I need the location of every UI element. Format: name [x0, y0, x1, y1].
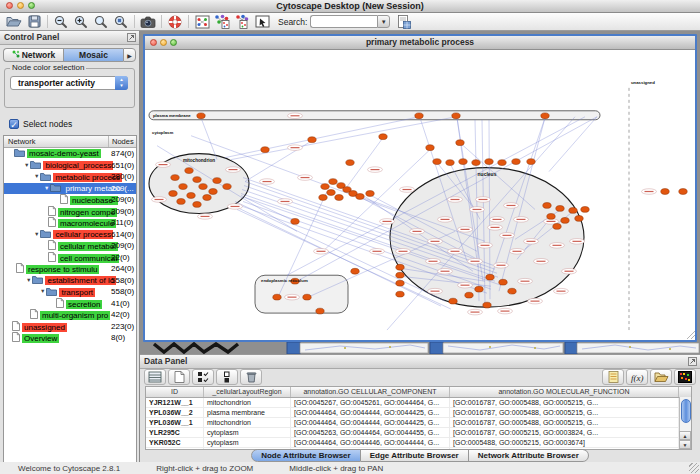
tree-row[interactable]: ▼metabolic process280(0): [4, 171, 136, 183]
network-node[interactable]: [547, 214, 555, 220]
network-node[interactable]: [179, 184, 187, 190]
network-node[interactable]: [197, 113, 205, 119]
background-window-edge[interactable]: [565, 342, 577, 354]
expand-arrow-icon[interactable]: ▼: [26, 275, 31, 287]
network-node[interactable]: [366, 191, 374, 197]
expand-arrow-icon[interactable]: ▼: [40, 286, 45, 298]
tree-row[interactable]: secretion41(0): [4, 298, 136, 310]
network-node[interactable]: [446, 160, 454, 166]
copy-network-view-icon[interactable]: [212, 14, 232, 30]
network-node[interactable]: [321, 184, 329, 190]
background-window-edge[interactable]: [287, 342, 300, 354]
network-node[interactable]: [527, 159, 535, 165]
network-node[interactable]: [396, 280, 404, 286]
attribute-settings-icon[interactable]: [394, 14, 414, 30]
table-row[interactable]: YJR121W__1mitochondrion[GO:0045267, GO:0…: [146, 398, 691, 408]
network-node[interactable]: [508, 288, 516, 294]
table-row[interactable]: YPL036W__1mitochondrion[GO:0044464, GO:0…: [146, 418, 691, 428]
tree-row[interactable]: ▼biological_process651(0): [4, 160, 136, 172]
network-node[interactable]: [213, 178, 221, 184]
tree-row[interactable]: nitrogen compo209(0): [4, 206, 136, 218]
network-node[interactable]: [193, 202, 201, 208]
table-cell[interactable]: YPL036W__2: [146, 408, 204, 417]
network-view-window[interactable]: primary metabolic process plasma membran…: [143, 34, 697, 342]
tab-network[interactable]: Network: [3, 48, 63, 62]
network-node[interactable]: [561, 218, 569, 224]
matrix-view-icon[interactable]: [674, 369, 696, 385]
scroll-down-icon[interactable]: ▼: [679, 440, 691, 449]
network-node[interactable]: [485, 159, 493, 165]
expand-arrow-icon[interactable]: ▼: [34, 171, 39, 183]
table-cell[interactable]: plasma membrane: [204, 408, 291, 417]
import-network-icon[interactable]: [252, 14, 272, 30]
tree-row[interactable]: ▼primary metabo209(...: [4, 183, 136, 195]
expand-arrow-icon[interactable]: ▼: [34, 229, 39, 241]
scrollbar-thumb[interactable]: [681, 399, 691, 423]
expand-arrow-icon[interactable]: ▼: [44, 183, 49, 195]
close-view-button[interactable]: [150, 39, 157, 46]
snapshot-camera-icon[interactable]: [138, 14, 158, 30]
table-cell[interactable]: [GO:0044464, GO:0044444, GO:0044425, G..…: [291, 408, 450, 417]
network-node[interactable]: [346, 160, 354, 166]
canvas-resize-grip[interactable]: [687, 331, 695, 339]
network-node[interactable]: [415, 113, 423, 119]
tree-row[interactable]: unassigned223(0): [4, 321, 136, 333]
node-color-dropdown[interactable]: transporter activity ▲▼: [10, 76, 128, 90]
network-node[interactable]: [223, 184, 231, 190]
table-row[interactable]: YKR052Ccytoplasm[GO:0044464, GO:0044446,…: [146, 438, 691, 448]
select-nodes-checkbox[interactable]: ✓: [9, 119, 19, 129]
network-node[interactable]: [486, 274, 494, 280]
background-window-sliver[interactable]: [443, 343, 563, 353]
tree-row[interactable]: response to stimulu264(0): [4, 263, 136, 275]
network-node[interactable]: [187, 193, 195, 199]
network-node[interactable]: [456, 140, 464, 146]
network-node[interactable]: [475, 286, 483, 292]
network-node[interactable]: [199, 184, 207, 190]
tab-mosaic[interactable]: Mosaic: [63, 48, 123, 62]
tree-row[interactable]: multi-organism pro42(0): [4, 309, 136, 321]
zoom-in-icon[interactable]: [71, 14, 91, 30]
function-builder-icon[interactable]: f(x): [626, 369, 648, 385]
network-node[interactable]: [327, 190, 335, 196]
table-cell[interactable]: [GO:0016787, GO:0005488, GO:0005215, G..…: [450, 418, 679, 427]
network-window-titlebar[interactable]: primary metabolic process: [145, 36, 695, 50]
minimize-view-button[interactable]: [160, 39, 167, 46]
network-node[interactable]: [553, 224, 561, 230]
table-cell[interactable]: YPL036W__1: [146, 418, 204, 427]
help-lifering-icon[interactable]: [165, 14, 185, 30]
table-cell[interactable]: [GO:0044464, GO:0044446, GO:0044444, G..…: [291, 438, 450, 447]
network-node[interactable]: [499, 279, 507, 285]
table-cell[interactable]: [GO:0016787, GO:0005215, GO:0003824, G..…: [450, 428, 679, 437]
network-node[interactable]: [177, 199, 185, 205]
column-header-id[interactable]: ID: [146, 387, 204, 397]
attribute-unselect-icon[interactable]: [216, 369, 238, 385]
network-node[interactable]: [203, 195, 211, 201]
network-node[interactable]: [169, 191, 177, 197]
zoom-fit-icon[interactable]: [91, 14, 111, 30]
tree-row[interactable]: ▼establishment of lo558(0): [4, 275, 136, 287]
table-cell[interactable]: cytoplasm: [204, 428, 291, 437]
background-window-edge[interactable]: [430, 342, 443, 354]
tree-row[interactable]: cellular metabol209(0): [4, 240, 136, 252]
network-node[interactable]: [316, 308, 324, 314]
window-resize-grip[interactable]: [689, 463, 699, 473]
table-cell[interactable]: cytoplasm: [204, 438, 291, 447]
table-cell[interactable]: mitochondrion: [204, 398, 291, 407]
network-node[interactable]: [261, 147, 269, 153]
table-cell[interactable]: [GO:0045267, GO:0045261, GO:0044464, G..…: [291, 398, 450, 407]
create-network-view-icon[interactable]: [232, 14, 252, 30]
zoom-out-icon[interactable]: [51, 14, 71, 30]
open-attribute-file-icon[interactable]: [650, 369, 672, 385]
attribute-checklist-icon[interactable]: [192, 369, 214, 385]
tree-column-divider[interactable]: [108, 136, 109, 147]
network-node[interactable]: [472, 160, 480, 166]
tree-row[interactable]: cell communicat22(0): [4, 252, 136, 264]
table-cell[interactable]: mitochondrion: [204, 418, 291, 427]
tab-node-attribute-browser[interactable]: Node Attribute Browser: [251, 449, 361, 462]
tree-row[interactable]: mosaic-demo-yeast874(0): [4, 148, 136, 160]
search-input[interactable]: [310, 15, 377, 28]
column-header-region[interactable]: _cellularLayoutRegion: [204, 387, 291, 397]
scroll-up-icon[interactable]: ▲: [679, 431, 691, 440]
table-cell[interactable]: [GO:0045263, GO:0044464, GO:0044455, G..…: [291, 428, 450, 437]
network-node[interactable]: [356, 194, 364, 200]
